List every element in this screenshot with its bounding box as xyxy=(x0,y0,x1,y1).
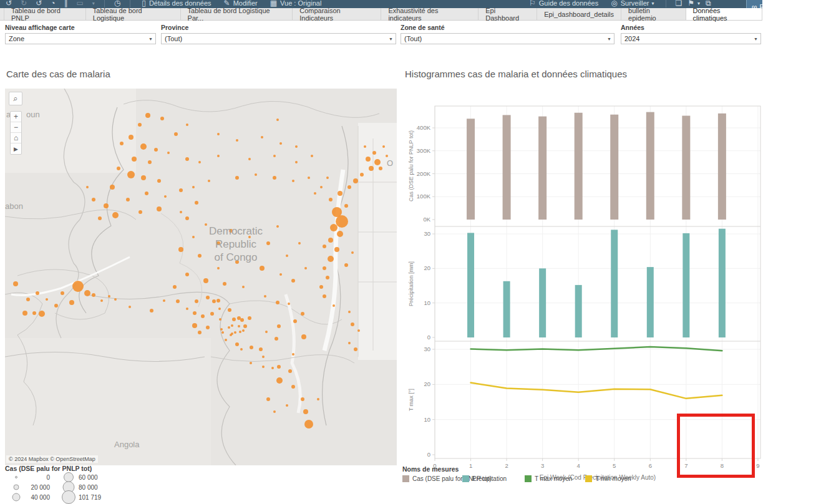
map-dot[interactable] xyxy=(271,367,274,369)
map-dot[interactable] xyxy=(304,267,307,269)
map-dot[interactable] xyxy=(185,216,189,220)
map-dot[interactable] xyxy=(92,293,95,297)
zoom-out-button[interactable]: − xyxy=(11,122,21,133)
map-dot[interactable] xyxy=(167,152,170,154)
pan-mode-button[interactable]: ▶ xyxy=(11,143,21,154)
map-dot[interactable] xyxy=(372,151,376,155)
map-dot[interactable] xyxy=(216,299,220,303)
map-dot[interactable] xyxy=(185,157,189,161)
cas-malaria-bar[interactable] xyxy=(610,115,618,220)
map-dot[interactable] xyxy=(173,285,177,289)
tab-tableau-de-bord-pnlp[interactable]: Tableau de bord PNLP xyxy=(4,8,86,20)
map-dot[interactable] xyxy=(374,159,381,165)
map-dot[interactable] xyxy=(273,176,276,180)
map-dot[interactable] xyxy=(235,342,239,346)
map-dot[interactable] xyxy=(277,365,281,369)
map-dot[interactable] xyxy=(108,295,110,298)
map-dot[interactable] xyxy=(301,397,304,401)
map-dot[interactable] xyxy=(344,204,348,208)
map-dot[interactable] xyxy=(314,192,316,195)
map-search-button[interactable]: ⌕ xyxy=(9,92,22,105)
map-dot[interactable] xyxy=(250,346,253,349)
map-dot[interactable] xyxy=(39,311,45,317)
map-dot[interactable] xyxy=(279,142,282,145)
map-dot[interactable] xyxy=(348,342,351,344)
map-dot[interactable] xyxy=(336,215,348,228)
map-dot[interactable] xyxy=(179,188,183,192)
map-dot[interactable] xyxy=(382,145,385,148)
cas-malaria-bar[interactable] xyxy=(682,116,690,220)
map-dot[interactable] xyxy=(276,301,279,304)
map-dot[interactable] xyxy=(163,299,165,302)
tab-tableau-de-bord-logistique[interactable]: Tableau de bord Logistique xyxy=(86,8,181,20)
map-dot[interactable] xyxy=(334,247,339,252)
cas-malaria-bar[interactable] xyxy=(718,114,726,220)
cas-malaria-bar[interactable] xyxy=(575,113,583,220)
map-dot[interactable] xyxy=(295,145,298,148)
map-dot[interactable] xyxy=(317,398,319,400)
map-dot[interactable] xyxy=(276,225,279,228)
map-dot[interactable] xyxy=(206,296,210,299)
map-dot[interactable] xyxy=(319,285,323,289)
map-dot[interactable] xyxy=(240,348,243,351)
map-dot[interactable] xyxy=(250,362,252,364)
map-dot[interactable] xyxy=(259,347,263,351)
map-dot[interactable] xyxy=(348,311,351,313)
map-dot[interactable] xyxy=(239,331,241,333)
map-dot[interactable] xyxy=(344,263,348,267)
map-dot[interactable] xyxy=(174,132,178,136)
map-dot[interactable] xyxy=(210,312,214,316)
map-dot[interactable] xyxy=(354,347,357,351)
map-dot[interactable] xyxy=(320,186,323,188)
map-dot[interactable] xyxy=(186,308,188,310)
map-dot[interactable] xyxy=(292,353,294,356)
map-dot[interactable] xyxy=(92,198,95,201)
map-dot[interactable] xyxy=(104,203,109,208)
map-dot[interactable] xyxy=(232,317,236,321)
map-dot[interactable] xyxy=(236,139,238,142)
data-guide-button[interactable]: ⚐ Guide des données xyxy=(529,0,598,7)
map-dot[interactable] xyxy=(248,236,251,238)
map-dot[interactable] xyxy=(205,223,207,226)
map-dot[interactable] xyxy=(160,117,164,120)
map-dot[interactable] xyxy=(234,331,236,334)
map-dot[interactable] xyxy=(291,385,295,389)
map-dot[interactable] xyxy=(127,171,135,178)
map-dot[interactable] xyxy=(148,160,152,164)
map-dot[interactable] xyxy=(360,173,364,177)
map-dot[interactable] xyxy=(193,311,197,315)
map-dot[interactable] xyxy=(221,331,224,334)
map-dot[interactable] xyxy=(185,273,189,276)
map-dot[interactable] xyxy=(100,299,103,302)
map-dot[interactable] xyxy=(141,175,146,180)
map-dot[interactable] xyxy=(235,260,239,264)
map-dot[interactable] xyxy=(198,161,201,163)
map-dot[interactable] xyxy=(112,212,119,218)
map-dot[interactable] xyxy=(195,299,198,303)
precipitation-bar[interactable] xyxy=(503,281,510,337)
precipitation-bar[interactable] xyxy=(719,229,726,337)
map-dot[interactable] xyxy=(291,279,295,283)
filter-dropdown-niveau-affichage-carte[interactable]: Zone▼ xyxy=(5,33,156,44)
map-dot[interactable] xyxy=(126,198,130,201)
map-dot[interactable] xyxy=(351,322,354,326)
map-dot[interactable] xyxy=(198,331,202,334)
map-dot[interactable] xyxy=(98,216,102,220)
map-dot[interactable] xyxy=(277,324,281,328)
map-dot[interactable] xyxy=(369,166,374,171)
map-dot[interactable] xyxy=(293,319,297,323)
map-dot[interactable] xyxy=(303,409,308,414)
map-dot[interactable] xyxy=(235,176,239,180)
map-dot[interactable] xyxy=(304,420,313,429)
map-dot[interactable] xyxy=(262,356,265,358)
map-dot[interactable] xyxy=(301,334,306,339)
map-dot[interactable] xyxy=(110,185,115,190)
map-dot[interactable] xyxy=(32,311,36,315)
map-dot[interactable] xyxy=(261,136,263,138)
map-dot[interactable] xyxy=(228,326,230,329)
map-dot[interactable] xyxy=(198,254,202,258)
map-dot[interactable] xyxy=(201,314,205,318)
map-dot[interactable] xyxy=(54,304,58,308)
map-dot[interactable] xyxy=(311,155,313,157)
precipitation-bar[interactable] xyxy=(467,233,474,337)
